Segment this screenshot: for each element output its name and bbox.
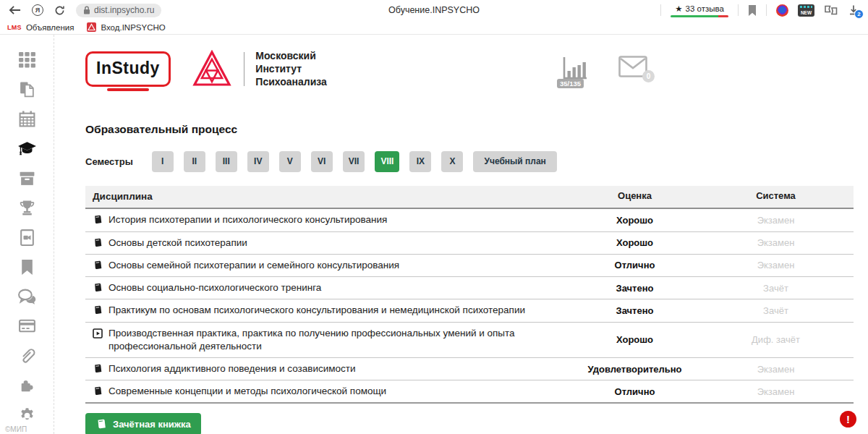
archive-box-icon — [18, 169, 36, 187]
table-row[interactable]: Производственная практика, практика по п… — [85, 323, 854, 358]
bookmarks-bar: LMS Объявления Вход.INPSYCHO — [0, 20, 868, 35]
bookmark-page-button[interactable] — [748, 5, 757, 16]
book-icon — [93, 386, 103, 396]
discipline-name: Производственная практика, практика по п… — [109, 327, 542, 353]
grade-cell: Удовлетворительно — [571, 364, 698, 375]
semester-tab-vii[interactable]: VII — [343, 151, 365, 172]
divider — [766, 4, 767, 16]
back-arrow-icon — [9, 5, 21, 15]
trophy-icon — [18, 199, 36, 217]
grade-cell: Отлично — [571, 260, 698, 271]
sidebar-item-calendar[interactable] — [18, 110, 36, 128]
semester-tab-iii[interactable]: III — [216, 151, 237, 172]
gradebook-button-label: Зачётная книжка — [113, 419, 191, 430]
chat-icon — [17, 288, 37, 305]
collections-icon — [824, 4, 838, 16]
sidebar-item-extensions[interactable] — [18, 376, 36, 394]
gradebook-button[interactable]: Зачётная книжка — [85, 413, 201, 434]
rating-bar — [671, 15, 728, 17]
table-row[interactable]: Основы детской психотерапии Хорошо Экзам… — [85, 232, 854, 255]
curriculum-plan-button[interactable]: Учебный план — [473, 151, 556, 172]
system-cell: Экзамен — [698, 260, 854, 271]
sidebar-item-payments[interactable] — [18, 317, 36, 335]
sidebar-item-video-lessons[interactable] — [18, 229, 36, 247]
url-text: dist.inpsycho.ru — [94, 5, 154, 15]
grade-cell: Отлично — [571, 386, 698, 397]
column-header-discipline: Дисциплина — [93, 190, 571, 203]
extension-icon[interactable] — [776, 4, 788, 17]
mail-button[interactable]: 0 — [618, 56, 647, 77]
discipline-name: Основы семейной психотерапии и семейного… — [109, 259, 399, 272]
sidebar-item-archive[interactable] — [18, 169, 36, 187]
table-row[interactable]: Практикум по основам психологического ко… — [85, 299, 854, 322]
grade-cell: Хорошо — [571, 215, 698, 226]
book-icon — [93, 283, 103, 293]
divider — [660, 4, 661, 16]
download-count-badge: 2 — [854, 9, 864, 19]
system-cell: Экзамен — [698, 237, 854, 248]
table-row[interactable]: История психотерапии и психологического … — [85, 209, 854, 231]
main-content: InStudy Московский Институт Психоанализа… — [54, 35, 868, 434]
table-row[interactable]: Основы социально-психологического тренин… — [85, 277, 854, 299]
progress-stats-button[interactable]: 35/135 — [561, 56, 588, 82]
new-extension-icon[interactable]: NEW — [798, 4, 814, 17]
semester-tab-iv[interactable]: IV — [247, 151, 269, 172]
sidebar: ©МИП — [0, 35, 54, 434]
yandex-browser-icon[interactable]: Я — [32, 4, 43, 16]
instudy-logo[interactable]: InStudy — [85, 51, 171, 87]
grade-cell: Хорошо — [571, 334, 698, 345]
sidebar-item-achievements[interactable] — [18, 199, 36, 217]
semester-tab-v[interactable]: V — [279, 151, 301, 172]
paperclip-icon — [18, 346, 36, 365]
semester-tab-x[interactable]: X — [441, 151, 463, 172]
system-cell: Экзамен — [698, 364, 854, 375]
discipline-name: Основы детской психотерапии — [109, 237, 247, 250]
institute-name: Московский Институт Психоанализа — [255, 49, 327, 89]
semester-tab-viii[interactable]: VIII — [375, 151, 399, 172]
divider — [738, 4, 739, 16]
back-button[interactable] — [9, 5, 21, 15]
sidebar-item-education[interactable] — [17, 140, 37, 158]
semester-tab-vi[interactable]: VI — [311, 151, 333, 172]
table-row[interactable]: Современные концепции и методы психологи… — [85, 380, 854, 404]
discipline-cell: Основы семейной психотерапии и семейного… — [93, 259, 571, 272]
grade-cell: Хорошо — [571, 237, 698, 248]
discipline-cell: Производственная практика, практика по п… — [93, 327, 571, 353]
book-icon — [93, 215, 103, 225]
alert-notification-icon[interactable]: ! — [840, 411, 856, 427]
refresh-button[interactable] — [54, 5, 65, 16]
grid-icon — [18, 51, 36, 69]
discipline-cell: История психотерапии и психологического … — [93, 213, 571, 226]
semesters-label: Семестры — [85, 156, 133, 167]
sidebar-item-messages[interactable] — [17, 288, 37, 305]
graduation-cap-icon — [17, 140, 37, 158]
column-header-system: Система — [698, 190, 854, 203]
sidebar-item-apps-grid[interactable] — [18, 51, 36, 69]
semester-tab-ii[interactable]: II — [184, 151, 205, 172]
video-icon — [93, 328, 103, 339]
site-reviews[interactable]: ★33 отзыва — [671, 4, 728, 17]
bookmark-announcements[interactable]: LMS Объявления — [7, 23, 74, 32]
video-file-icon — [18, 229, 36, 247]
book-icon — [93, 364, 103, 374]
discipline-cell: Практикум по основам психологического ко… — [93, 304, 571, 317]
disciplines-body: История психотерапии и психологического … — [85, 209, 854, 404]
table-row[interactable]: Психология аддиктивного поведения и соза… — [85, 358, 854, 380]
bar-chart-icon — [561, 56, 588, 82]
discipline-name: История психотерапии и психологического … — [109, 213, 387, 226]
downloads-button[interactable]: 2 — [848, 4, 859, 16]
progress-badge: 35/135 — [557, 79, 584, 89]
collections-button[interactable] — [824, 4, 838, 16]
semester-tab-ix[interactable]: IX — [409, 151, 431, 172]
semester-tab-i[interactable]: I — [152, 151, 174, 172]
table-row[interactable]: Основы семейной психотерапии и семейного… — [85, 255, 854, 277]
bookmark-login-inpsycho[interactable]: Вход.INPSYCHO — [87, 22, 165, 32]
browser-toolbar: Я dist.inpsycho.ru Обучение.INPSYCHO ★33… — [0, 0, 868, 20]
sidebar-item-documents[interactable] — [18, 80, 36, 98]
sidebar-item-settings[interactable] — [18, 406, 36, 424]
sidebar-item-bookmarks[interactable] — [19, 258, 35, 276]
address-bar[interactable]: dist.inpsycho.ru — [76, 4, 161, 17]
sidebar-item-attachments[interactable] — [18, 346, 36, 365]
book-icon — [93, 260, 103, 271]
bookmark-label: Вход.INPSYCHO — [101, 23, 165, 32]
